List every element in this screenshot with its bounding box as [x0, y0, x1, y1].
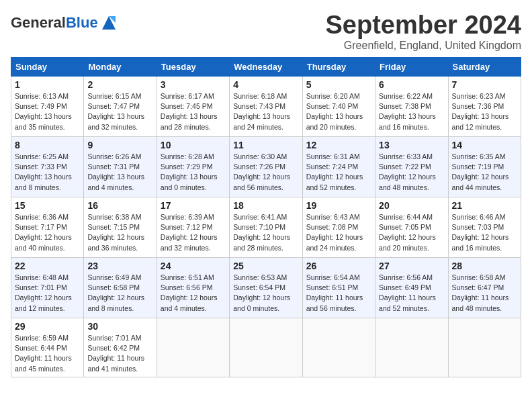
day-of-week-header: Wednesday	[230, 58, 302, 77]
day-info: Sunrise: 6:13 AM Sunset: 7:49 PM Dayligh…	[15, 91, 80, 132]
day-of-week-header: Friday	[375, 58, 448, 77]
calendar-cell: 4Sunrise: 6:18 AM Sunset: 7:43 PM Daylig…	[230, 77, 302, 137]
calendar-cell: 15Sunrise: 6:36 AM Sunset: 7:17 PM Dayli…	[11, 197, 84, 258]
day-info: Sunrise: 6:39 AM Sunset: 7:12 PM Dayligh…	[161, 212, 226, 253]
calendar-cell: 9Sunrise: 6:26 AM Sunset: 7:31 PM Daylig…	[84, 137, 157, 197]
day-number: 16	[87, 200, 152, 211]
logo: GeneralBlue	[11, 13, 118, 32]
day-of-week-header: Thursday	[302, 58, 375, 77]
day-info: Sunrise: 6:26 AM Sunset: 7:31 PM Dayligh…	[87, 152, 152, 193]
calendar-cell: 6Sunrise: 6:22 AM Sunset: 7:38 PM Daylig…	[375, 77, 448, 137]
calendar-cell: 18Sunrise: 6:41 AM Sunset: 7:10 PM Dayli…	[230, 197, 302, 258]
day-number: 21	[452, 200, 517, 211]
calendar-cell	[230, 318, 302, 377]
calendar-cell: 24Sunrise: 6:51 AM Sunset: 6:56 PM Dayli…	[157, 258, 229, 318]
day-info: Sunrise: 6:35 AM Sunset: 7:19 PM Dayligh…	[452, 152, 517, 193]
day-info: Sunrise: 6:51 AM Sunset: 6:56 PM Dayligh…	[161, 273, 226, 314]
day-number: 14	[452, 140, 517, 150]
day-info: Sunrise: 7:01 AM Sunset: 6:42 PM Dayligh…	[87, 333, 152, 374]
calendar-week-row: 22Sunrise: 6:48 AM Sunset: 7:01 PM Dayli…	[11, 258, 521, 318]
calendar-cell: 16Sunrise: 6:38 AM Sunset: 7:15 PM Dayli…	[84, 197, 157, 258]
calendar-cell: 30Sunrise: 7:01 AM Sunset: 6:42 PM Dayli…	[84, 318, 157, 377]
day-number: 8	[15, 140, 80, 150]
calendar-cell: 7Sunrise: 6:23 AM Sunset: 7:36 PM Daylig…	[448, 77, 521, 137]
calendar-cell: 21Sunrise: 6:46 AM Sunset: 7:03 PM Dayli…	[448, 197, 521, 258]
day-number: 18	[233, 200, 298, 211]
calendar-cell: 26Sunrise: 6:54 AM Sunset: 6:51 PM Dayli…	[302, 258, 375, 318]
day-info: Sunrise: 6:59 AM Sunset: 6:44 PM Dayligh…	[15, 333, 80, 374]
day-info: Sunrise: 6:36 AM Sunset: 7:17 PM Dayligh…	[15, 212, 80, 253]
day-info: Sunrise: 6:22 AM Sunset: 7:38 PM Dayligh…	[379, 91, 444, 132]
calendar-cell: 11Sunrise: 6:30 AM Sunset: 7:26 PM Dayli…	[230, 137, 302, 197]
logo-icon	[99, 13, 118, 32]
day-number: 30	[87, 321, 152, 332]
calendar-cell: 13Sunrise: 6:33 AM Sunset: 7:22 PM Dayli…	[375, 137, 448, 197]
header: GeneralBlue September 2024 Greenfield, E…	[11, 11, 521, 52]
day-info: Sunrise: 6:38 AM Sunset: 7:15 PM Dayligh…	[87, 212, 152, 253]
day-number: 22	[15, 261, 80, 271]
day-info: Sunrise: 6:28 AM Sunset: 7:29 PM Dayligh…	[161, 152, 226, 193]
calendar-cell: 8Sunrise: 6:25 AM Sunset: 7:33 PM Daylig…	[11, 137, 84, 197]
month-title: September 2024	[326, 11, 522, 40]
calendar-cell: 14Sunrise: 6:35 AM Sunset: 7:19 PM Dayli…	[448, 137, 521, 197]
day-of-week-header: Monday	[84, 58, 157, 77]
day-info: Sunrise: 6:33 AM Sunset: 7:22 PM Dayligh…	[379, 152, 444, 193]
calendar-cell: 12Sunrise: 6:31 AM Sunset: 7:24 PM Dayli…	[302, 137, 375, 197]
day-number: 15	[15, 200, 80, 211]
calendar-cell: 10Sunrise: 6:28 AM Sunset: 7:29 PM Dayli…	[157, 137, 229, 197]
day-number: 10	[161, 140, 226, 150]
calendar-cell: 1Sunrise: 6:13 AM Sunset: 7:49 PM Daylig…	[11, 77, 84, 137]
day-number: 28	[452, 261, 517, 271]
day-info: Sunrise: 6:58 AM Sunset: 6:47 PM Dayligh…	[452, 273, 517, 314]
day-number: 12	[306, 140, 371, 150]
day-info: Sunrise: 6:15 AM Sunset: 7:47 PM Dayligh…	[87, 91, 152, 132]
logo-blue-text: Blue	[66, 14, 98, 31]
day-number: 9	[87, 140, 152, 150]
day-number: 29	[15, 321, 80, 332]
day-info: Sunrise: 6:25 AM Sunset: 7:33 PM Dayligh…	[15, 152, 80, 193]
day-info: Sunrise: 6:44 AM Sunset: 7:05 PM Dayligh…	[379, 212, 444, 253]
day-number: 13	[379, 140, 444, 150]
day-of-week-header: Tuesday	[157, 58, 229, 77]
day-number: 4	[233, 79, 298, 90]
day-info: Sunrise: 6:56 AM Sunset: 6:49 PM Dayligh…	[379, 273, 444, 314]
calendar-cell: 23Sunrise: 6:49 AM Sunset: 6:58 PM Dayli…	[84, 258, 157, 318]
day-number: 1	[15, 79, 80, 90]
calendar-cell: 5Sunrise: 6:20 AM Sunset: 7:40 PM Daylig…	[302, 77, 375, 137]
day-number: 2	[87, 79, 152, 90]
calendar-table: SundayMondayTuesdayWednesdayThursdayFrid…	[11, 57, 521, 377]
day-info: Sunrise: 6:18 AM Sunset: 7:43 PM Dayligh…	[233, 91, 298, 132]
day-number: 23	[87, 261, 152, 271]
day-info: Sunrise: 6:48 AM Sunset: 7:01 PM Dayligh…	[15, 273, 80, 314]
day-info: Sunrise: 6:20 AM Sunset: 7:40 PM Dayligh…	[306, 91, 371, 132]
day-number: 17	[161, 200, 226, 211]
day-info: Sunrise: 6:54 AM Sunset: 6:51 PM Dayligh…	[306, 273, 371, 314]
calendar-week-row: 15Sunrise: 6:36 AM Sunset: 7:17 PM Dayli…	[11, 197, 521, 258]
calendar-header-row: SundayMondayTuesdayWednesdayThursdayFrid…	[11, 58, 521, 77]
calendar-cell: 25Sunrise: 6:53 AM Sunset: 6:54 PM Dayli…	[230, 258, 302, 318]
calendar-cell	[448, 318, 521, 377]
title-block: September 2024 Greenfield, England, Unit…	[326, 11, 522, 52]
day-number: 11	[233, 140, 298, 150]
calendar-week-row: 8Sunrise: 6:25 AM Sunset: 7:33 PM Daylig…	[11, 137, 521, 197]
calendar-cell: 28Sunrise: 6:58 AM Sunset: 6:47 PM Dayli…	[448, 258, 521, 318]
day-info: Sunrise: 6:53 AM Sunset: 6:54 PM Dayligh…	[233, 273, 298, 314]
calendar-cell: 3Sunrise: 6:17 AM Sunset: 7:45 PM Daylig…	[157, 77, 229, 137]
day-number: 24	[161, 261, 226, 271]
day-number: 20	[379, 200, 444, 211]
day-info: Sunrise: 6:43 AM Sunset: 7:08 PM Dayligh…	[306, 212, 371, 253]
calendar-cell: 27Sunrise: 6:56 AM Sunset: 6:49 PM Dayli…	[375, 258, 448, 318]
day-info: Sunrise: 6:49 AM Sunset: 6:58 PM Dayligh…	[87, 273, 152, 314]
day-info: Sunrise: 6:46 AM Sunset: 7:03 PM Dayligh…	[452, 212, 517, 253]
calendar-cell: 17Sunrise: 6:39 AM Sunset: 7:12 PM Dayli…	[157, 197, 229, 258]
calendar-cell	[157, 318, 229, 377]
calendar-cell: 29Sunrise: 6:59 AM Sunset: 6:44 PM Dayli…	[11, 318, 84, 377]
calendar-cell: 19Sunrise: 6:43 AM Sunset: 7:08 PM Dayli…	[302, 197, 375, 258]
day-info: Sunrise: 6:23 AM Sunset: 7:36 PM Dayligh…	[452, 91, 517, 132]
calendar-cell: 22Sunrise: 6:48 AM Sunset: 7:01 PM Dayli…	[11, 258, 84, 318]
day-of-week-header: Saturday	[448, 58, 521, 77]
day-number: 5	[306, 79, 371, 90]
calendar-cell	[302, 318, 375, 377]
day-number: 25	[233, 261, 298, 271]
calendar-week-row: 29Sunrise: 6:59 AM Sunset: 6:44 PM Dayli…	[11, 318, 521, 377]
